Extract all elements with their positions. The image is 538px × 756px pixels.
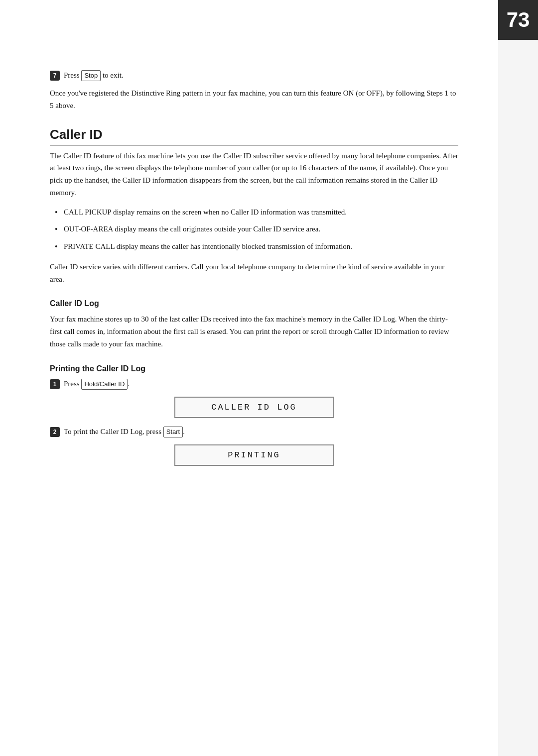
caller-id-bullets: CALL PICKUP display remains on the scree… (50, 206, 458, 253)
caller-id-log-title: Caller ID Log (50, 299, 458, 308)
hold-caller-id-key: Hold/Caller ID (81, 379, 128, 390)
step-1-line: 1 Press Hold/Caller ID. (50, 378, 458, 390)
step-2-line: 2 To print the Caller ID Log, press Star… (50, 426, 458, 437)
stop-key: Stop (81, 70, 101, 81)
caller-id-log-section: Caller ID Log Your fax machine stores up… (50, 299, 458, 350)
step-7-text: Press Stop to exit. (64, 70, 124, 81)
caller-id-log-paragraph: Your fax machine stores up to 30 of the … (50, 313, 458, 350)
step-1-number: 1 (50, 379, 60, 389)
main-content: 7 Press Stop to exit. Once you've regist… (50, 55, 458, 466)
content-area: 7 Press Stop to exit. Once you've regist… (0, 0, 498, 756)
step-7-number: 7 (50, 71, 60, 81)
caller-id-paragraph1: The Caller ID feature of this fax machin… (50, 150, 458, 199)
step-2-text: To print the Caller ID Log, press Start. (64, 426, 185, 437)
intro-paragraph: Once you've registered the Distinctive R… (50, 87, 458, 112)
step-1-text: Press Hold/Caller ID. (64, 378, 130, 390)
bullet-item-2: OUT-OF-AREA display means the call origi… (50, 223, 458, 235)
page: TELEPHONE SERVICES 73 7 Press Stop to ex… (0, 0, 538, 756)
caller-id-title: Caller ID (50, 127, 458, 146)
bullet-item-3: PRIVATE CALL display means the caller ha… (50, 240, 458, 253)
step-2-number: 2 (50, 427, 60, 437)
start-key: Start (163, 427, 183, 437)
lcd-display-2: PRINTING (174, 444, 334, 466)
page-number: 73 (507, 8, 530, 32)
caller-id-paragraph2: Caller ID service varies with different … (50, 261, 458, 286)
bullet-item-1: CALL PICKUP display remains on the scree… (50, 206, 458, 218)
printing-step-1: 1 Press Hold/Caller ID. CALLER ID LOG (50, 378, 458, 418)
printing-title: Printing the Caller ID Log (50, 364, 458, 373)
page-number-block: 73 (498, 0, 538, 40)
printing-step-2: 2 To print the Caller ID Log, press Star… (50, 426, 458, 466)
lcd-display-1: CALLER ID LOG (174, 397, 334, 418)
printing-section: Printing the Caller ID Log 1 Press Hold/… (50, 364, 458, 466)
step-7-line: 7 Press Stop to exit. (50, 70, 458, 81)
caller-id-section: Caller ID The Caller ID feature of this … (50, 127, 458, 286)
